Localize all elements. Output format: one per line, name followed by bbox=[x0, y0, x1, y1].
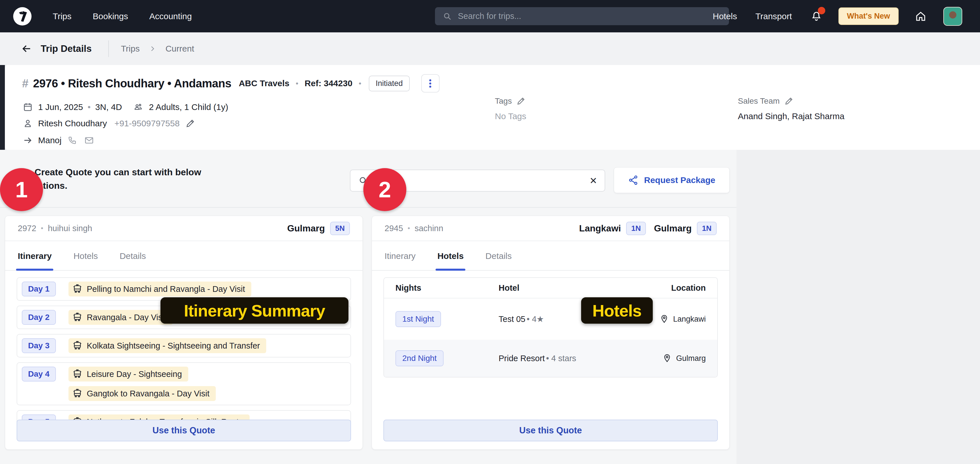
quote-id: 2945 bbox=[385, 224, 403, 233]
night-badge: 1st Night bbox=[395, 311, 441, 327]
top-navbar: Trips Bookings Accounting Hotels Transpo… bbox=[0, 0, 980, 32]
trip-duration: 3N, 4D bbox=[95, 102, 122, 112]
back-button[interactable] bbox=[21, 43, 33, 55]
chevron-right-icon bbox=[149, 45, 156, 52]
hotel-row: 2nd Night Pride Resort • 4 stars Gulmarg bbox=[384, 340, 717, 377]
nav-trips[interactable]: Trips bbox=[53, 11, 72, 21]
hotel-location: Gulmarg bbox=[676, 354, 706, 363]
breadcrumb-bar: Trip Details Trips Current bbox=[0, 32, 980, 65]
tags-value: No Tags bbox=[495, 111, 527, 121]
quote-id: 2972 bbox=[18, 224, 37, 233]
whats-new-button[interactable]: What's New bbox=[838, 8, 899, 25]
handler-name: Manoj bbox=[38, 135, 62, 145]
transfer-cab-icon bbox=[73, 341, 82, 351]
night-badge: 2nd Night bbox=[395, 350, 444, 366]
nights-badge: 1N bbox=[626, 222, 646, 235]
tags-label: Tags bbox=[495, 97, 512, 106]
create-quote-intro: To Create Quote you can start with below… bbox=[21, 165, 211, 192]
location-pin-icon bbox=[659, 314, 669, 324]
trip-search-input[interactable] bbox=[458, 11, 716, 21]
request-package-button[interactable]: Request Package bbox=[614, 167, 730, 193]
quote-search-input[interactable] bbox=[374, 176, 589, 185]
hotel-location: Langkawi bbox=[673, 315, 706, 324]
itinerary-day-row: Day 4 Leisure Day - Sightseeing bbox=[17, 362, 351, 405]
annotation-hotels: Hotels bbox=[581, 297, 653, 324]
transfer-cab-icon bbox=[73, 313, 82, 322]
mail-icon[interactable] bbox=[84, 135, 94, 146]
nights-badge: 5N bbox=[330, 222, 350, 235]
nav-transport[interactable]: Transport bbox=[755, 11, 792, 21]
itinerary-item-text: Kolkata Sightseeing - Sightseeing and Tr… bbox=[87, 341, 260, 351]
trip-hash: # bbox=[22, 77, 29, 90]
tab-hotels[interactable]: Hotels bbox=[73, 241, 98, 271]
tab-itinerary[interactable]: Itinerary bbox=[18, 241, 52, 271]
quote-client: sachinn bbox=[415, 224, 443, 233]
arrow-right-icon bbox=[23, 135, 33, 146]
breadcrumb-trips[interactable]: Trips bbox=[121, 44, 140, 54]
hotel-name: Test 05 bbox=[499, 315, 525, 324]
itinerary-item: Pelling to Namchi and Ravangla - Day Vis… bbox=[68, 281, 251, 296]
transfer-cab-icon bbox=[73, 369, 82, 379]
nav-bookings[interactable]: Bookings bbox=[93, 11, 128, 21]
day-badge: Day 4 bbox=[22, 367, 56, 381]
tab-details[interactable]: Details bbox=[119, 241, 146, 271]
separator-dot: • bbox=[527, 315, 530, 324]
day-badge: Day 1 bbox=[22, 281, 56, 296]
sales-team-label: Sales Team bbox=[738, 97, 780, 106]
kebab-menu-icon bbox=[429, 78, 431, 89]
client-name: Ritesh Choudhary bbox=[38, 119, 107, 128]
separator-dot: • bbox=[88, 102, 91, 112]
nav-accounting[interactable]: Accounting bbox=[149, 11, 192, 21]
quote-card-2945: 2945 • sachinn Langkawi 1N Gulmarg 1N It… bbox=[372, 216, 730, 450]
person-icon bbox=[23, 118, 33, 129]
hotels-table: Nights Hotel Location 1st Night Test 05 … bbox=[383, 277, 718, 378]
destination-name: Langkawi bbox=[579, 223, 621, 234]
use-this-quote-button[interactable]: Use this Quote bbox=[17, 420, 351, 442]
quote-client: huihui singh bbox=[48, 224, 92, 233]
annotation-step-2: 2 bbox=[363, 168, 406, 211]
sales-team-value: Anand Singh, Rajat Sharma bbox=[738, 111, 845, 121]
breadcrumb-current: Current bbox=[165, 44, 194, 54]
edit-tags-icon[interactable] bbox=[516, 97, 525, 106]
trip-header-card: # 2976 • Ritesh Choudhary • Andamans ABC… bbox=[5, 65, 980, 150]
travellers-icon bbox=[133, 102, 144, 113]
trip-ref: Ref: 344230 bbox=[305, 78, 352, 88]
day-badge: Day 3 bbox=[22, 338, 56, 353]
notifications-button[interactable] bbox=[810, 10, 822, 22]
edit-client-icon[interactable] bbox=[185, 119, 195, 128]
divider bbox=[108, 40, 109, 57]
share-icon bbox=[628, 175, 639, 186]
col-location: Location bbox=[620, 283, 706, 293]
use-this-quote-button[interactable]: Use this Quote bbox=[383, 420, 718, 442]
separator-dot: • bbox=[296, 79, 298, 88]
separator-dot: • bbox=[359, 79, 361, 88]
annotation-step-1: 1 bbox=[0, 168, 43, 211]
hotel-row: 1st Night Test 05 • 4★ Langkawi bbox=[384, 299, 717, 340]
tab-details[interactable]: Details bbox=[485, 241, 512, 271]
nav-hotels[interactable]: Hotels bbox=[713, 11, 737, 21]
quote-card-2972: 2972 • huihui singh Gulmarg 5N Itinerary… bbox=[5, 216, 363, 450]
trip-menu-button[interactable] bbox=[421, 74, 439, 92]
transfer-cab-icon bbox=[73, 284, 82, 294]
tab-itinerary[interactable]: Itinerary bbox=[385, 241, 415, 271]
phone-icon[interactable] bbox=[67, 135, 77, 145]
left-edge-strip bbox=[0, 65, 5, 150]
separator-dot: • bbox=[41, 224, 43, 232]
home-button[interactable] bbox=[915, 10, 927, 22]
hotel-stars: 4 stars bbox=[551, 354, 576, 363]
itinerary-item-text: Pelling to Namchi and Ravangla - Day Vis… bbox=[87, 284, 245, 294]
calendar-icon bbox=[23, 102, 33, 112]
itinerary-item: Gangtok to Ravangala - Day Visit bbox=[68, 386, 216, 401]
divider bbox=[0, 207, 737, 208]
trip-pax: 2 Adults, 1 Child (1y) bbox=[149, 102, 228, 112]
clear-search-icon[interactable]: ✕ bbox=[589, 175, 597, 186]
trip-search-bar[interactable] bbox=[435, 7, 729, 25]
itinerary-day-row: Day 3 Kolkata Sightseeing - Sightseeing … bbox=[17, 334, 351, 358]
itinerary-item-text: Leisure Day - Sightseeing bbox=[87, 369, 182, 379]
separator-dot: • bbox=[408, 224, 410, 232]
tab-hotels[interactable]: Hotels bbox=[437, 241, 464, 271]
user-avatar[interactable] bbox=[943, 7, 962, 26]
edit-sales-team-icon[interactable] bbox=[784, 97, 794, 106]
app-logo-icon[interactable] bbox=[13, 7, 32, 25]
itinerary-item: Leisure Day - Sightseeing bbox=[68, 367, 188, 381]
